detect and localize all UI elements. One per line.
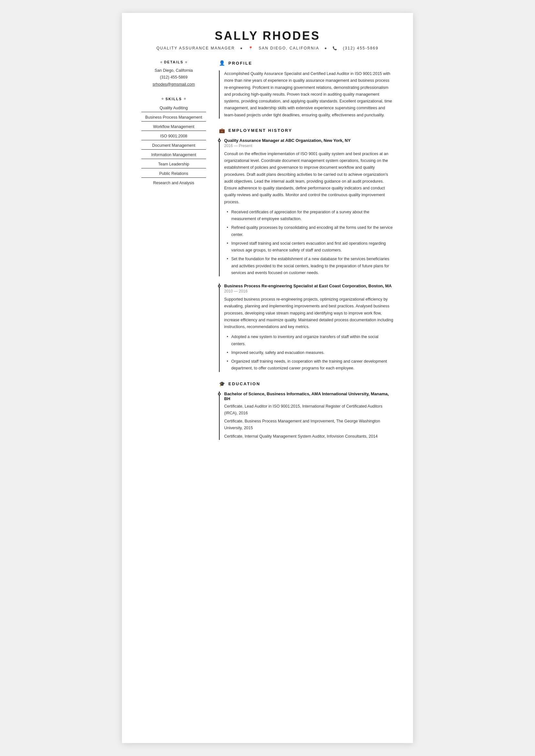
main-content: 👤 PROFILE Accomplished Quality Assurance…: [219, 60, 394, 449]
sidebar-skills-section: SKILLS Quality Auditing Business Process…: [141, 97, 206, 187]
briefcase-icon: 💼: [219, 128, 225, 133]
skill-item: Workflow Management: [141, 123, 206, 131]
skill-item: Team Leadership: [141, 160, 206, 168]
bullet-item: Set the foundation for the establishment…: [227, 256, 394, 276]
graduation-icon: 🎓: [219, 381, 225, 387]
employment-title: EMPLOYMENT HISTORY: [228, 128, 292, 133]
job-title: Business Process Re-engineering Speciali…: [224, 284, 394, 288]
education-section: 🎓 EDUCATION Bachelor of Science, Busines…: [219, 381, 394, 440]
job-item: Business Process Re-engineering Speciali…: [219, 284, 394, 372]
skill-item: ISO 9001:2008: [141, 132, 206, 140]
details-title: DETAILS: [141, 60, 206, 64]
profile-section: 👤 PROFILE Accomplished Quality Assurance…: [219, 60, 394, 119]
dot-left: [160, 62, 162, 63]
job-dot: [218, 285, 221, 287]
job-dates: 2016 — Present: [224, 144, 394, 148]
skill-item: Business Process Management: [141, 114, 206, 122]
skill-item: Quality Auditing: [141, 104, 206, 112]
job-description: Supported business process re-engineerin…: [224, 296, 394, 330]
job-dot: [218, 139, 221, 142]
edu-item: Bachelor of Science, Business Informatic…: [219, 392, 394, 440]
edu-cert: Certificate, Internal Quality Management…: [224, 433, 394, 440]
job-bullets: Adopted a new system to inventory and or…: [224, 334, 394, 372]
resume-header: SALLY RHODES QUALITY ASSURANCE MANAGER ●…: [141, 29, 394, 50]
job-title: Quality Assurance Manager at ABC Organiz…: [224, 138, 394, 143]
candidate-name: SALLY RHODES: [141, 29, 394, 43]
job-bullets: Received certificates of appreciation fo…: [224, 209, 394, 276]
sidebar: DETAILS San Diego, California (312) 455-…: [141, 60, 206, 449]
sep2: ●: [324, 46, 327, 50]
skill-item: Document Management: [141, 142, 206, 149]
profile-icon: 👤: [219, 60, 225, 66]
dot-skills-right: [184, 98, 186, 99]
candidate-title: QUALITY ASSURANCE MANAGER: [156, 46, 235, 50]
bullet-item: Improved security, safety and evacuation…: [227, 349, 394, 356]
edu-cert: Certificate, Business Process Management…: [224, 418, 394, 432]
bullet-item: Improved staff training and social cente…: [227, 240, 394, 254]
job-dates: 2010 — 2016: [224, 289, 394, 293]
skills-list: Quality Auditing Business Process Manage…: [141, 104, 206, 187]
sidebar-phone: (312) 455-5869: [141, 74, 206, 81]
skills-label: SKILLS: [165, 97, 182, 101]
skill-item: Research and Analysis: [141, 179, 206, 187]
edu-cert: Certificate, Lead Auditor in ISO 9001:20…: [224, 403, 394, 417]
employment-header: 💼 EMPLOYMENT HISTORY: [219, 128, 394, 133]
bullet-item: Organized staff training needs, in coope…: [227, 358, 394, 372]
bullet-item: Adopted a new system to inventory and or…: [227, 334, 394, 347]
dot-right: [185, 62, 187, 63]
bullet-item: Refined quality processes by consolidati…: [227, 224, 394, 238]
sidebar-city: San Diego, California: [141, 67, 206, 74]
profile-title: PROFILE: [228, 61, 252, 66]
details-label: DETAILS: [164, 60, 183, 64]
profile-text: Accomplished Quality Assurance Specialis…: [219, 70, 394, 119]
location-icon: 📍: [248, 46, 254, 50]
employment-section: 💼 EMPLOYMENT HISTORY Quality Assurance M…: [219, 128, 394, 372]
sidebar-email[interactable]: srhodes@gmsmail.com: [141, 81, 206, 88]
job-description: Consult on the effective implementation …: [224, 150, 394, 205]
education-title: EDUCATION: [228, 381, 260, 386]
edu-degree: Bachelor of Science, Business Informatic…: [224, 392, 394, 401]
phone-header-icon: 📞: [332, 46, 338, 50]
sep1: ●: [240, 46, 243, 50]
skills-title: SKILLS: [141, 97, 206, 101]
resume-container: SALLY RHODES QUALITY ASSURANCE MANAGER ●…: [122, 13, 413, 743]
header-subtitle: QUALITY ASSURANCE MANAGER ● 📍 SAN DIEGO,…: [141, 46, 394, 50]
job-item: Quality Assurance Manager at ABC Organiz…: [219, 138, 394, 276]
candidate-phone-header: (312) 455-5869: [343, 46, 379, 50]
sidebar-detail-text: San Diego, California (312) 455-5869 srh…: [141, 67, 206, 88]
profile-header: 👤 PROFILE: [219, 60, 394, 66]
education-header: 🎓 EDUCATION: [219, 381, 394, 387]
bullet-item: Received certificates of appreciation fo…: [227, 209, 394, 223]
sidebar-details-section: DETAILS San Diego, California (312) 455-…: [141, 60, 206, 88]
edu-dot: [218, 393, 221, 395]
candidate-location: SAN DIEGO, CALIFORNIA: [259, 46, 319, 50]
body-layout: DETAILS San Diego, California (312) 455-…: [141, 60, 394, 449]
skill-item: Public Relations: [141, 170, 206, 178]
dot-skills-left: [162, 98, 163, 99]
skill-item: Information Management: [141, 151, 206, 159]
